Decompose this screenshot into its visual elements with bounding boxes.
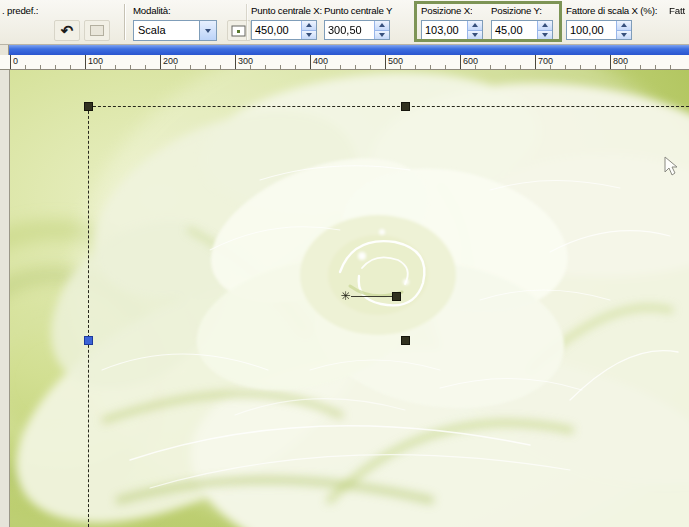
- ruler-tick-minor: [265, 65, 266, 69]
- position-y-value[interactable]: 45,00: [492, 21, 537, 39]
- handle-middle-left[interactable]: [84, 336, 93, 345]
- ruler-tick-minor: [505, 65, 506, 69]
- ruler-tick-major: [385, 55, 386, 69]
- ruler-tick-label: 0: [13, 56, 18, 66]
- position-y-label: Posizione Y:: [491, 5, 542, 16]
- ruler-tick-minor: [295, 65, 296, 69]
- ruler-tick-minor: [475, 65, 476, 69]
- transform-button-disabled[interactable]: [84, 20, 110, 41]
- ruler-tick-major: [310, 55, 311, 69]
- position-y-spin-buttons: [537, 21, 552, 39]
- spin-down-button[interactable]: [537, 31, 552, 40]
- spin-down-icon: [379, 33, 385, 37]
- ruler-tick-minor: [520, 65, 521, 69]
- ruler-tick-minor: [190, 65, 191, 69]
- spin-down-button[interactable]: [374, 31, 389, 40]
- scale-x-label: Fattore di scala X (%):: [566, 5, 666, 16]
- position-x-spin-buttons: [467, 21, 482, 39]
- spin-up-button[interactable]: [616, 21, 631, 31]
- scale-x-spinner[interactable]: 100,00: [566, 20, 632, 40]
- spin-down-icon: [306, 33, 312, 37]
- handle-top-center[interactable]: [401, 102, 410, 111]
- ruler-tick-major: [535, 55, 536, 69]
- ruler-tick-minor: [445, 65, 446, 69]
- canvas[interactable]: ✳: [0, 70, 689, 527]
- spin-up-button[interactable]: [301, 21, 316, 31]
- spin-up-icon: [472, 23, 478, 27]
- handle-center[interactable]: [401, 336, 410, 345]
- scale-x-spin-buttons: [616, 21, 631, 39]
- spin-down-icon: [621, 33, 627, 37]
- position-x-spinner[interactable]: 103,00: [421, 20, 483, 40]
- ruler-tick-major: [85, 55, 86, 69]
- ruler-tick-minor: [400, 65, 401, 69]
- deform-frame-button[interactable]: [227, 20, 251, 41]
- center-x-spinner[interactable]: 450,00: [251, 20, 317, 40]
- ruler-tick-major: [160, 55, 161, 69]
- ruler-tick-minor: [595, 65, 596, 69]
- ruler-tick-minor: [250, 65, 251, 69]
- spin-up-button[interactable]: [374, 21, 389, 31]
- ruler-tick-minor: [565, 65, 566, 69]
- center-x-spin-buttons: [301, 21, 316, 39]
- spin-up-icon: [306, 23, 312, 27]
- handle-top-left[interactable]: [84, 102, 93, 111]
- spin-up-button[interactable]: [537, 21, 552, 31]
- spin-down-icon: [542, 33, 548, 37]
- tool-options-toolbar: . predef.: ↶ Modalità: Scala Punto centr…: [0, 0, 689, 45]
- ruler-tick-minor: [115, 65, 116, 69]
- window-title-strip: [0, 45, 689, 55]
- deform-frame-icon: [231, 24, 247, 38]
- ruler-tick-minor: [550, 65, 551, 69]
- position-y-spinner[interactable]: 45,00: [491, 20, 553, 40]
- ruler-tick-minor: [100, 65, 101, 69]
- ruler-tick-minor: [655, 65, 656, 69]
- scale-x-value[interactable]: 100,00: [567, 21, 616, 39]
- ruler-tick-minor: [370, 65, 371, 69]
- spin-down-button[interactable]: [616, 31, 631, 40]
- spin-up-icon: [379, 23, 385, 27]
- mouse-cursor-icon: [664, 156, 678, 176]
- combo-arrow-icon: [205, 29, 211, 33]
- undo-icon: ↶: [61, 23, 74, 38]
- toolbar-separator: [124, 4, 125, 40]
- spin-up-icon: [621, 23, 627, 27]
- ruler-tick-minor: [340, 65, 341, 69]
- selection-edge-top: [88, 106, 689, 107]
- center-y-label: Punto centrale Y: [324, 5, 396, 16]
- rotation-handle[interactable]: [392, 292, 401, 301]
- ruler-tick-minor: [175, 65, 176, 69]
- ruler-tick-major: [460, 55, 461, 69]
- scale-y-label-truncated: Fatt: [669, 5, 685, 16]
- ruler-tick-minor: [280, 65, 281, 69]
- ruler-tick-minor: [70, 65, 71, 69]
- center-y-spinner[interactable]: 300,50: [324, 20, 390, 40]
- ruler-tick-minor: [415, 65, 416, 69]
- mode-dropdown[interactable]: Scala: [133, 20, 217, 41]
- spin-down-button[interactable]: [301, 31, 316, 40]
- spin-down-button[interactable]: [467, 31, 482, 40]
- center-y-spin-buttons: [374, 21, 389, 39]
- mode-dropdown-button[interactable]: [199, 21, 216, 40]
- spin-down-icon: [472, 33, 478, 37]
- pivot-point[interactable]: ✳: [338, 289, 353, 304]
- canvas-margin: [0, 70, 10, 527]
- position-x-value[interactable]: 103,00: [422, 21, 467, 39]
- mode-dropdown-value[interactable]: Scala: [134, 21, 199, 40]
- ruler-tick-minor: [670, 65, 671, 69]
- ruler-tick-minor: [580, 65, 581, 69]
- app-window: . predef.: ↶ Modalità: Scala Punto centr…: [0, 0, 689, 527]
- center-x-label: Punto centrale X:: [251, 5, 323, 16]
- ruler-tick-minor: [130, 65, 131, 69]
- presets-label: . predef.:: [2, 5, 38, 16]
- ruler-tick-minor: [355, 65, 356, 69]
- spin-up-button[interactable]: [467, 21, 482, 31]
- disabled-transform-icon: [90, 25, 104, 36]
- ruler: 0100200300400500600700800: [0, 55, 689, 70]
- center-x-value[interactable]: 450,00: [252, 21, 301, 39]
- position-x-label: Posizione X:: [421, 5, 472, 16]
- ruler-tick-minor: [325, 65, 326, 69]
- reset-button[interactable]: ↶: [54, 20, 80, 41]
- center-y-value[interactable]: 300,50: [325, 21, 374, 39]
- ruler-tick-minor: [220, 65, 221, 69]
